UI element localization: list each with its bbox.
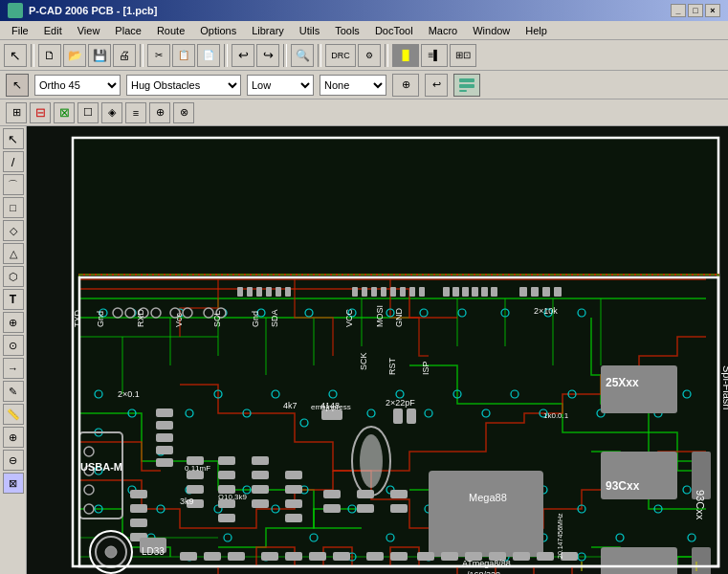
menu-options[interactable]: Options — [192, 23, 244, 38]
svg-text:MOSI: MOSI — [375, 305, 385, 327]
quality-select[interactable]: Low Medium High — [247, 75, 314, 96]
left-polygon-button[interactable]: ⬡ — [3, 266, 24, 287]
toolbar-separator-2 — [140, 44, 143, 67]
left-pad-button[interactable]: ⊙ — [3, 335, 24, 356]
svg-text:RXD: RXD — [136, 308, 145, 327]
3d-view-button[interactable]: ⊞⊡ — [450, 44, 476, 67]
svg-rect-148 — [323, 490, 341, 498]
svg-text:2×22pF: 2×22pF — [386, 398, 415, 408]
layer-btn-5[interactable]: ◈ — [101, 102, 122, 123]
left-rect-button[interactable]: □ — [3, 197, 24, 218]
undo-button[interactable]: ↩ — [232, 44, 254, 67]
left-measure-button[interactable]: 📏 — [3, 404, 24, 425]
route-pointer-button[interactable]: ↖ — [6, 74, 29, 97]
layer-btn-2[interactable]: ⊟ — [30, 102, 51, 123]
svg-rect-105 — [452, 287, 459, 297]
svg-rect-172 — [407, 408, 416, 424]
menu-doctool[interactable]: DocTool — [367, 23, 421, 38]
layer-btn-7[interactable]: ⊕ — [149, 102, 170, 123]
svg-rect-140 — [252, 456, 269, 465]
left-zoom-out-button[interactable]: ⊖ — [3, 450, 24, 471]
menu-library[interactable]: Library — [244, 23, 292, 38]
svg-rect-104 — [443, 287, 450, 297]
svg-rect-97 — [362, 287, 367, 297]
hug-obstacles-select[interactable]: Hug Obstacles Ignore Obstacles Push Obst… — [126, 75, 241, 96]
print-button[interactable]: 🖨 — [113, 44, 136, 67]
menu-edit[interactable]: Edit — [36, 23, 70, 38]
minimize-button[interactable]: _ — [671, 4, 686, 17]
route-back-button[interactable]: ↩ — [425, 74, 448, 97]
left-via-button[interactable]: ⊕ — [3, 312, 24, 333]
net-select[interactable]: None — [320, 75, 386, 96]
menu-file[interactable]: File — [4, 23, 36, 38]
svg-rect-152 — [390, 490, 408, 498]
redo-button[interactable]: ↪ — [256, 44, 279, 67]
left-line-button[interactable]: / — [3, 151, 24, 172]
drc-button[interactable]: DRC — [325, 44, 356, 67]
svg-rect-139 — [218, 514, 235, 522]
left-route-button[interactable]: → — [3, 358, 24, 379]
maximize-button[interactable]: □ — [688, 4, 703, 17]
svg-text:0.11mF: 0.11mF — [185, 464, 210, 473]
left-arc-button[interactable]: ⌒ — [3, 174, 24, 195]
svg-text:Vcc: Vcc — [174, 312, 184, 327]
svg-rect-167 — [513, 552, 530, 561]
menu-help[interactable]: Help — [518, 23, 555, 38]
layer-view-button[interactable]: ▐▌ — [392, 44, 419, 67]
paste-button[interactable]: 📄 — [197, 44, 220, 67]
layer-btn-8[interactable]: ⊗ — [173, 102, 194, 123]
svg-rect-151 — [357, 504, 374, 513]
svg-rect-93 — [266, 287, 272, 297]
route-settings-button[interactable] — [453, 74, 480, 97]
copy-button[interactable]: 📋 — [172, 44, 195, 67]
left-triangle-button[interactable]: △ — [3, 243, 24, 264]
pcb-canvas[interactable]: TXD Gnd RXD Vcc SCL Gnd SDA VCC SCK MOSI… — [27, 126, 728, 574]
svg-text:2×0.1: 2×0.1 — [118, 389, 140, 399]
menu-view[interactable]: View — [70, 23, 108, 38]
svg-rect-160 — [333, 552, 350, 561]
svg-text:/168/328: /168/328 — [467, 570, 500, 574]
left-text-button[interactable]: T — [3, 289, 24, 310]
left-select-button[interactable]: ↖ — [3, 128, 24, 149]
layer-btn-3[interactable]: ⊠ — [54, 102, 75, 123]
svg-rect-129 — [156, 446, 173, 454]
menu-tools[interactable]: Tools — [327, 23, 367, 38]
menu-utils[interactable]: Utils — [292, 23, 327, 38]
left-pan-button[interactable]: ⊠ — [3, 473, 24, 494]
drc-options-button[interactable]: ⚙ — [358, 44, 381, 67]
select-tool-button[interactable]: ↖ — [4, 44, 27, 67]
left-edit-button[interactable]: ✎ — [3, 381, 24, 402]
ortho-mode-select[interactable]: Ortho 45 Ortho Diagonal Free — [34, 75, 121, 96]
layer-btn-1[interactable]: ⊞ — [6, 102, 27, 123]
menu-route[interactable]: Route — [149, 23, 192, 38]
layer-btn-6[interactable]: ≡ — [125, 102, 146, 123]
menu-place[interactable]: Place — [107, 23, 149, 38]
main-area: ↖ / ⌒ □ ◇ △ ⬡ T ⊕ ⊙ → ✎ 📏 ⊕ ⊖ ⊠ — [0, 126, 728, 574]
svg-point-181 — [105, 546, 117, 558]
layer-btn-4[interactable]: ☐ — [77, 102, 99, 123]
layer-toolbar: ⊞ ⊟ ⊠ ☐ ◈ ≡ ⊕ ⊗ — [0, 99, 728, 126]
save-button[interactable]: 💾 — [88, 44, 111, 67]
net-view-button[interactable]: ≡▌ — [421, 44, 448, 67]
new-button[interactable]: 🗋 — [38, 44, 61, 67]
svg-rect-127 — [156, 421, 173, 430]
window-controls[interactable]: _ □ × — [671, 4, 720, 17]
svg-rect-1 — [459, 84, 474, 88]
svg-point-121 — [360, 434, 383, 488]
open-button[interactable]: 📂 — [63, 44, 86, 67]
left-zoom-in-button[interactable]: ⊕ — [3, 427, 24, 448]
svg-rect-144 — [285, 471, 302, 479]
left-diamond-button[interactable]: ◇ — [3, 220, 24, 241]
menu-macro[interactable]: Macro — [421, 23, 466, 38]
menu-window[interactable]: Window — [465, 23, 518, 38]
svg-rect-154 — [180, 552, 197, 561]
zoom-button[interactable]: 🔍 — [291, 44, 314, 67]
svg-rect-135 — [218, 456, 235, 465]
toolbar-separator-6 — [385, 44, 388, 67]
svg-rect-4 — [73, 138, 718, 566]
close-button[interactable]: × — [705, 4, 720, 17]
svg-rect-101 — [400, 287, 406, 297]
route-start-button[interactable]: ⊕ — [392, 74, 419, 97]
svg-rect-92 — [256, 287, 262, 297]
cut-button[interactable]: ✂ — [147, 44, 170, 67]
